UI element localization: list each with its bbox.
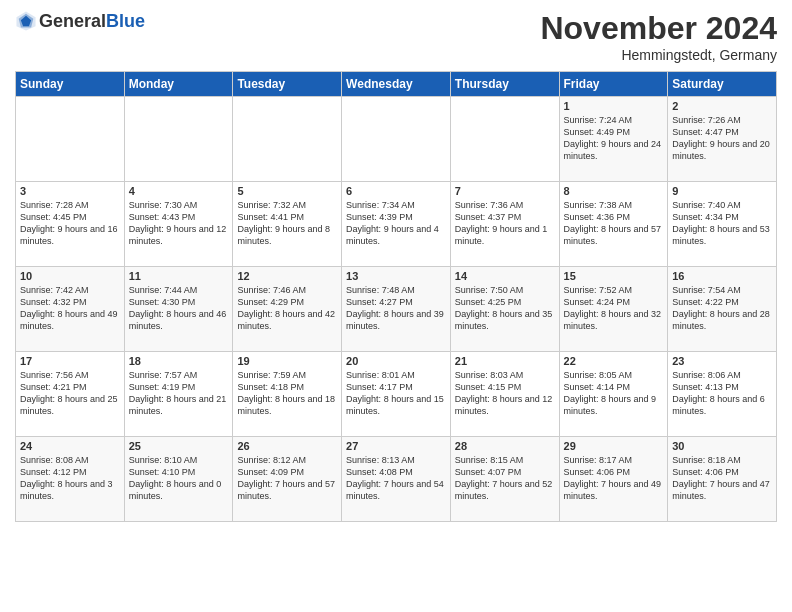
day-info: Sunrise: 7:38 AM Sunset: 4:36 PM Dayligh… — [564, 199, 664, 248]
table-row: 22Sunrise: 8:05 AM Sunset: 4:14 PM Dayli… — [559, 352, 668, 437]
logo-text-blue: Blue — [106, 11, 145, 32]
calendar-table: Sunday Monday Tuesday Wednesday Thursday… — [15, 71, 777, 522]
table-row: 17Sunrise: 7:56 AM Sunset: 4:21 PM Dayli… — [16, 352, 125, 437]
table-row: 18Sunrise: 7:57 AM Sunset: 4:19 PM Dayli… — [124, 352, 233, 437]
day-number: 24 — [20, 440, 120, 452]
day-info: Sunrise: 8:03 AM Sunset: 4:15 PM Dayligh… — [455, 369, 555, 418]
day-number: 22 — [564, 355, 664, 367]
table-row: 20Sunrise: 8:01 AM Sunset: 4:17 PM Dayli… — [342, 352, 451, 437]
table-row: 11Sunrise: 7:44 AM Sunset: 4:30 PM Dayli… — [124, 267, 233, 352]
table-row: 26Sunrise: 8:12 AM Sunset: 4:09 PM Dayli… — [233, 437, 342, 522]
day-info: Sunrise: 8:18 AM Sunset: 4:06 PM Dayligh… — [672, 454, 772, 503]
table-row: 10Sunrise: 7:42 AM Sunset: 4:32 PM Dayli… — [16, 267, 125, 352]
table-row — [450, 97, 559, 182]
table-row: 3Sunrise: 7:28 AM Sunset: 4:45 PM Daylig… — [16, 182, 125, 267]
table-row: 6Sunrise: 7:34 AM Sunset: 4:39 PM Daylig… — [342, 182, 451, 267]
day-info: Sunrise: 7:52 AM Sunset: 4:24 PM Dayligh… — [564, 284, 664, 333]
day-info: Sunrise: 7:59 AM Sunset: 4:18 PM Dayligh… — [237, 369, 337, 418]
logo-icon — [15, 10, 37, 32]
col-saturday: Saturday — [668, 72, 777, 97]
day-number: 23 — [672, 355, 772, 367]
day-number: 17 — [20, 355, 120, 367]
table-row — [342, 97, 451, 182]
col-sunday: Sunday — [16, 72, 125, 97]
day-info: Sunrise: 8:01 AM Sunset: 4:17 PM Dayligh… — [346, 369, 446, 418]
logo-text-general: General — [39, 11, 106, 32]
day-number: 15 — [564, 270, 664, 282]
table-row: 25Sunrise: 8:10 AM Sunset: 4:10 PM Dayli… — [124, 437, 233, 522]
calendar-week-row: 10Sunrise: 7:42 AM Sunset: 4:32 PM Dayli… — [16, 267, 777, 352]
col-wednesday: Wednesday — [342, 72, 451, 97]
day-info: Sunrise: 8:10 AM Sunset: 4:10 PM Dayligh… — [129, 454, 229, 503]
table-row: 21Sunrise: 8:03 AM Sunset: 4:15 PM Dayli… — [450, 352, 559, 437]
day-number: 18 — [129, 355, 229, 367]
col-thursday: Thursday — [450, 72, 559, 97]
day-number: 19 — [237, 355, 337, 367]
day-info: Sunrise: 7:57 AM Sunset: 4:19 PM Dayligh… — [129, 369, 229, 418]
day-number: 3 — [20, 185, 120, 197]
table-row: 29Sunrise: 8:17 AM Sunset: 4:06 PM Dayli… — [559, 437, 668, 522]
location: Hemmingstedt, Germany — [540, 47, 777, 63]
table-row: 15Sunrise: 7:52 AM Sunset: 4:24 PM Dayli… — [559, 267, 668, 352]
table-row: 19Sunrise: 7:59 AM Sunset: 4:18 PM Dayli… — [233, 352, 342, 437]
day-info: Sunrise: 8:08 AM Sunset: 4:12 PM Dayligh… — [20, 454, 120, 503]
table-row: 30Sunrise: 8:18 AM Sunset: 4:06 PM Dayli… — [668, 437, 777, 522]
day-number: 26 — [237, 440, 337, 452]
title-block: November 2024 Hemmingstedt, Germany — [540, 10, 777, 63]
day-number: 14 — [455, 270, 555, 282]
day-info: Sunrise: 7:40 AM Sunset: 4:34 PM Dayligh… — [672, 199, 772, 248]
table-row: 28Sunrise: 8:15 AM Sunset: 4:07 PM Dayli… — [450, 437, 559, 522]
day-info: Sunrise: 7:48 AM Sunset: 4:27 PM Dayligh… — [346, 284, 446, 333]
day-number: 27 — [346, 440, 446, 452]
day-number: 11 — [129, 270, 229, 282]
day-info: Sunrise: 8:05 AM Sunset: 4:14 PM Dayligh… — [564, 369, 664, 418]
day-number: 25 — [129, 440, 229, 452]
table-row: 7Sunrise: 7:36 AM Sunset: 4:37 PM Daylig… — [450, 182, 559, 267]
table-row: 16Sunrise: 7:54 AM Sunset: 4:22 PM Dayli… — [668, 267, 777, 352]
day-number: 5 — [237, 185, 337, 197]
day-number: 21 — [455, 355, 555, 367]
day-number: 16 — [672, 270, 772, 282]
page: General Blue November 2024 Hemmingstedt,… — [0, 0, 792, 532]
day-number: 12 — [237, 270, 337, 282]
day-number: 1 — [564, 100, 664, 112]
day-number: 10 — [20, 270, 120, 282]
day-info: Sunrise: 8:15 AM Sunset: 4:07 PM Dayligh… — [455, 454, 555, 503]
table-row: 9Sunrise: 7:40 AM Sunset: 4:34 PM Daylig… — [668, 182, 777, 267]
day-number: 8 — [564, 185, 664, 197]
day-number: 30 — [672, 440, 772, 452]
table-row: 8Sunrise: 7:38 AM Sunset: 4:36 PM Daylig… — [559, 182, 668, 267]
day-info: Sunrise: 8:13 AM Sunset: 4:08 PM Dayligh… — [346, 454, 446, 503]
day-info: Sunrise: 7:54 AM Sunset: 4:22 PM Dayligh… — [672, 284, 772, 333]
day-info: Sunrise: 7:44 AM Sunset: 4:30 PM Dayligh… — [129, 284, 229, 333]
day-number: 13 — [346, 270, 446, 282]
table-row — [16, 97, 125, 182]
table-row: 1Sunrise: 7:24 AM Sunset: 4:49 PM Daylig… — [559, 97, 668, 182]
day-info: Sunrise: 7:30 AM Sunset: 4:43 PM Dayligh… — [129, 199, 229, 248]
day-number: 7 — [455, 185, 555, 197]
col-monday: Monday — [124, 72, 233, 97]
table-row — [124, 97, 233, 182]
day-info: Sunrise: 7:46 AM Sunset: 4:29 PM Dayligh… — [237, 284, 337, 333]
table-row: 24Sunrise: 8:08 AM Sunset: 4:12 PM Dayli… — [16, 437, 125, 522]
logo: General Blue — [15, 10, 145, 32]
calendar-header-row: Sunday Monday Tuesday Wednesday Thursday… — [16, 72, 777, 97]
table-row: 4Sunrise: 7:30 AM Sunset: 4:43 PM Daylig… — [124, 182, 233, 267]
day-number: 9 — [672, 185, 772, 197]
col-tuesday: Tuesday — [233, 72, 342, 97]
table-row: 12Sunrise: 7:46 AM Sunset: 4:29 PM Dayli… — [233, 267, 342, 352]
table-row: 2Sunrise: 7:26 AM Sunset: 4:47 PM Daylig… — [668, 97, 777, 182]
col-friday: Friday — [559, 72, 668, 97]
calendar-week-row: 17Sunrise: 7:56 AM Sunset: 4:21 PM Dayli… — [16, 352, 777, 437]
calendar-week-row: 1Sunrise: 7:24 AM Sunset: 4:49 PM Daylig… — [16, 97, 777, 182]
day-info: Sunrise: 7:36 AM Sunset: 4:37 PM Dayligh… — [455, 199, 555, 248]
day-number: 28 — [455, 440, 555, 452]
day-info: Sunrise: 7:50 AM Sunset: 4:25 PM Dayligh… — [455, 284, 555, 333]
day-info: Sunrise: 7:34 AM Sunset: 4:39 PM Dayligh… — [346, 199, 446, 248]
table-row: 23Sunrise: 8:06 AM Sunset: 4:13 PM Dayli… — [668, 352, 777, 437]
day-info: Sunrise: 7:24 AM Sunset: 4:49 PM Dayligh… — [564, 114, 664, 163]
day-info: Sunrise: 8:06 AM Sunset: 4:13 PM Dayligh… — [672, 369, 772, 418]
table-row — [233, 97, 342, 182]
day-number: 29 — [564, 440, 664, 452]
table-row: 14Sunrise: 7:50 AM Sunset: 4:25 PM Dayli… — [450, 267, 559, 352]
